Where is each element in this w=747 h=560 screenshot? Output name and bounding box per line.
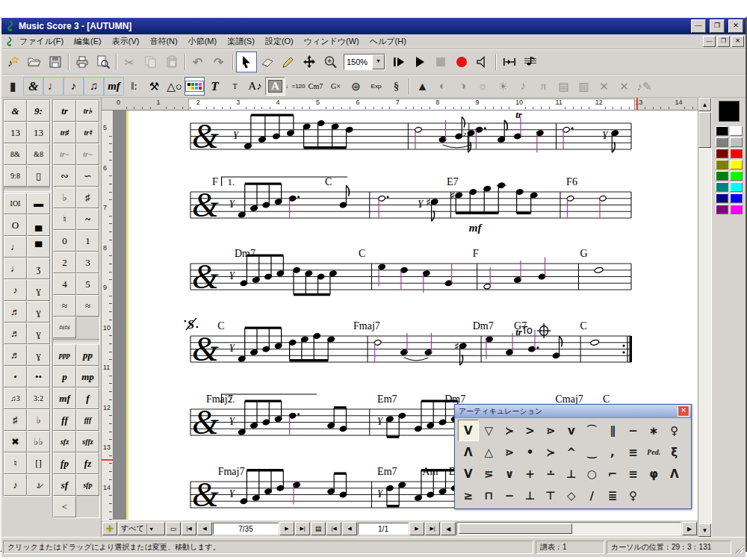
artic-symbol-3-10[interactable]: φ: [643, 463, 664, 485]
eraser-tool-button[interactable]: [257, 52, 278, 72]
staff-handle-button[interactable]: ▮: [3, 77, 23, 96]
measure-next-button[interactable]: ▶: [279, 522, 294, 535]
repeat-barline-button[interactable]: ‖:: [124, 77, 144, 96]
artic-symbol-2-9[interactable]: ≡: [623, 441, 644, 463]
close-button[interactable]: ✕: [728, 19, 743, 33]
play-from-cursor-button[interactable]: [388, 52, 409, 72]
palette-treble-clef-8vb[interactable]: &8: [27, 143, 50, 165]
color-swatch-c0c0c0[interactable]: [730, 137, 743, 147]
articulation-close-icon[interactable]: ✕: [678, 405, 689, 417]
palette-tenor-clef[interactable]: 13: [27, 122, 50, 143]
view-filter-select[interactable]: すべて▼: [118, 522, 165, 535]
artic-symbol-2-11[interactable]: ξ: [664, 441, 685, 463]
artic-symbol-1-2[interactable]: ▽: [479, 420, 500, 441]
palette-sixtyfourth-rest[interactable]: ɣ: [27, 344, 50, 366]
midi-io-button[interactable]: [499, 52, 520, 72]
vscroll-thumb[interactable]: [698, 112, 711, 148]
artic-symbol-3-6[interactable]: ⊥: [561, 463, 582, 485]
chord-mute-button[interactable]: G×: [326, 77, 346, 96]
palette-mordent[interactable]: ~: [76, 208, 99, 230]
artic-symbol-2-7[interactable]: ‿: [582, 441, 603, 463]
menu-item-7[interactable]: 設定(O): [260, 34, 299, 49]
page-last-button[interactable]: ▶|: [425, 522, 440, 535]
palette-ornament-flat[interactable]: ♭: [53, 187, 76, 208]
ornament-note-button[interactable]: ♪: [63, 77, 84, 96]
palette-ornament-natural[interactable]: ♮: [53, 208, 76, 230]
palette-dynamic-sf[interactable]: sf: [53, 474, 76, 496]
zoom-level-select[interactable]: 150%▼: [344, 54, 385, 70]
palette-dynamic-fff[interactable]: fff: [76, 409, 99, 431]
menu-item-5[interactable]: 小節(M): [183, 34, 223, 49]
color-swatch-800000[interactable]: [716, 149, 728, 158]
vertical-scrollbar[interactable]: ▲▼: [698, 98, 711, 537]
palette-bass-clef[interactable]: 9:: [27, 100, 50, 122]
measure-first-button[interactable]: |◀: [182, 522, 196, 535]
hscroll-thumb[interactable]: [459, 523, 572, 534]
palette-double-flat[interactable]: ♭♭: [27, 431, 50, 452]
part-score-button[interactable]: [520, 52, 541, 72]
move-tool-button[interactable]: [299, 52, 320, 72]
palette-treble-clef[interactable]: &: [4, 100, 27, 122]
tempo-button[interactable]: ♩=120: [285, 77, 306, 96]
artic-symbol-4-9[interactable]: ≣: [602, 485, 623, 506]
measure-prev-button[interactable]: ◀: [197, 522, 212, 535]
palette-slashed-grace-note[interactable]: ♪̷: [27, 474, 50, 496]
artic-symbol-4-2[interactable]: ≥: [458, 485, 479, 506]
artic-symbol-1-9[interactable]: −: [623, 420, 644, 441]
palette-bracket[interactable]: []: [27, 452, 50, 474]
palette-dynamic-pp[interactable]: pp: [76, 344, 99, 366]
palette-thirtysecond-note[interactable]: ♬: [4, 323, 27, 344]
color-swatch-00ffff[interactable]: [730, 182, 743, 192]
menu-item-8[interactable]: ウィンドウ(W): [299, 34, 365, 49]
palette-dynamic-ff[interactable]: ff: [53, 409, 76, 431]
pencil-tool-button[interactable]: [278, 52, 299, 72]
speaker-button[interactable]: [472, 52, 493, 72]
artic-symbol-2-2[interactable]: △: [479, 441, 500, 463]
artic-symbol-2-5[interactable]: ≻: [540, 441, 561, 463]
palette-wavy-line-short[interactable]: ≈: [53, 295, 76, 317]
menu-item-6[interactable]: 楽譜(S): [222, 34, 260, 49]
color-swatch-ffffff[interactable]: [730, 126, 743, 136]
color-palette-button[interactable]: [185, 77, 205, 96]
artic-symbol-4-3[interactable]: ⊓: [479, 485, 500, 506]
measure-last-button[interactable]: ▶|: [295, 522, 310, 535]
palette-fingering-4[interactable]: 4: [53, 273, 76, 295]
palette-fingering-3[interactable]: 3: [76, 252, 99, 273]
palette-eighth-rest[interactable]: ɣ: [27, 279, 50, 301]
artic-symbol-3-1[interactable]: V: [458, 463, 479, 485]
menu-item-4[interactable]: 音符(N): [144, 34, 182, 49]
artic-symbol-4-7[interactable]: ◇: [561, 485, 582, 506]
color-swatch-008000[interactable]: [716, 171, 728, 181]
palette-dynamic-f[interactable]: f: [76, 388, 99, 409]
save-button[interactable]: [45, 52, 66, 72]
palette-dynamic-p[interactable]: p: [53, 366, 76, 388]
palette-sixtyfourth-note[interactable]: ♬: [4, 344, 27, 366]
palette-bass-clef-8vb[interactable]: 9:8: [4, 165, 27, 187]
artic-symbol-4-4[interactable]: −: [499, 485, 520, 506]
artic-symbol-1-4[interactable]: >: [520, 420, 541, 441]
palette-dynamic-ppp[interactable]: ppp: [53, 344, 76, 366]
palette-treble-clef-8va[interactable]: 8&: [4, 143, 27, 165]
hscroll-left-icon[interactable]: ◀: [441, 522, 456, 535]
palette-fingering-5[interactable]: 5: [76, 273, 99, 295]
menu-item-2[interactable]: 編集(E): [69, 34, 107, 49]
dynamics-tool-button[interactable]: mf: [104, 77, 124, 96]
expression-button[interactable]: Exp: [366, 77, 386, 96]
color-swatch-0000ff[interactable]: [730, 193, 743, 203]
page-mode-icon[interactable]: ▤: [311, 522, 326, 535]
select-tool-button[interactable]: [236, 52, 257, 72]
palette-dynamic-sffz[interactable]: sffz: [76, 431, 99, 452]
artic-symbol-4-10[interactable]: ♀: [623, 485, 644, 506]
palette-alto-clef[interactable]: 13: [4, 122, 27, 143]
palette-breve-note[interactable]: IOI: [4, 193, 27, 214]
trill-note-button[interactable]: ♫: [84, 77, 104, 96]
minimize-button[interactable]: —: [691, 19, 706, 33]
section-button[interactable]: §: [386, 77, 406, 96]
color-swatch-00ff00[interactable]: [730, 171, 743, 181]
palette-inverted-turn[interactable]: ∽: [76, 165, 99, 187]
artic-symbol-1-1[interactable]: V: [458, 420, 479, 441]
measure-mode-icon[interactable]: ▭: [166, 522, 181, 535]
shapes-button[interactable]: △○: [164, 77, 185, 96]
artic-symbol-4-6[interactable]: ⊤: [540, 485, 561, 506]
chord-name-button[interactable]: Cm7: [306, 77, 326, 96]
